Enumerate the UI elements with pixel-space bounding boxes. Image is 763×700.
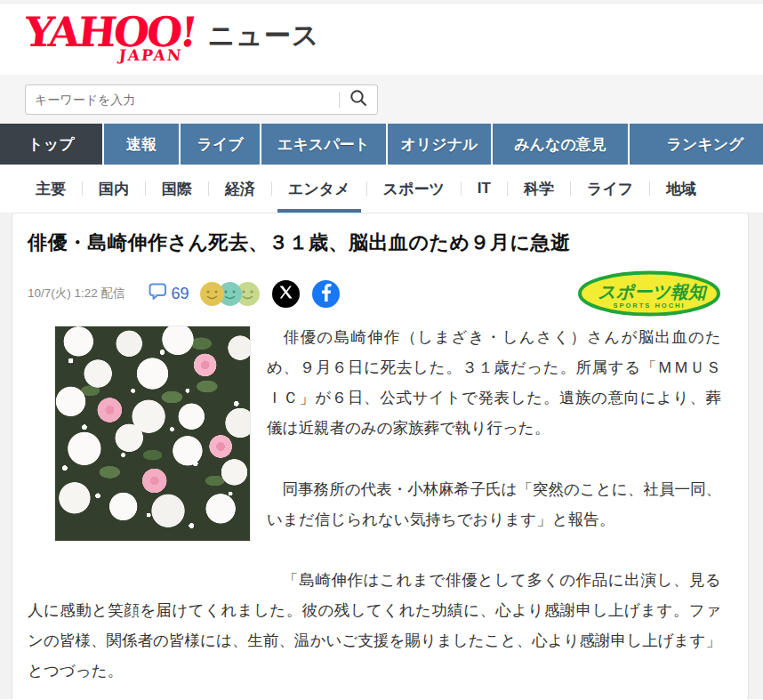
- comment-count-link[interactable]: 69: [149, 283, 189, 304]
- share-x-button[interactable]: [272, 280, 300, 308]
- category-it[interactable]: IT: [462, 165, 507, 213]
- search-icon: [349, 88, 368, 110]
- speech-bubble-icon: [149, 283, 167, 304]
- funeral-flowers-photo[interactable]: [54, 326, 251, 542]
- main-nav: トップ 速報 ライブ エキスパート オリジナル みんなの意見 ランキング: [0, 124, 763, 165]
- facebook-icon: [312, 278, 340, 309]
- nav-tab-original[interactable]: オリジナル: [388, 124, 491, 165]
- service-name-news: ニュース: [207, 18, 319, 54]
- yahoo-logo-mark: YAHOO! JAPAN: [25, 14, 195, 64]
- article-body: 俳優の島崎伸作（しまざき・しんさく）さんが脳出血のため、９月６日に死去した。３１…: [28, 322, 721, 686]
- category-life[interactable]: ライフ: [571, 165, 649, 213]
- x-logo-icon: [279, 286, 293, 302]
- category-nav: 主要 国内 国際 経済 エンタメ スポーツ IT 科学 ライフ 地域: [0, 165, 763, 213]
- category-shuyo[interactable]: 主要: [20, 165, 82, 213]
- article-paragraph: 「島崎伸作はこれまで俳優として多くの作品に出演し、見る人に感動と笑顔を届けてくれ…: [28, 565, 721, 687]
- yahoo-japan-logo[interactable]: YAHOO! JAPAN ニュース: [25, 14, 320, 64]
- nav-tab-sokuho[interactable]: 速報: [104, 124, 179, 165]
- search-section: [0, 75, 763, 124]
- nav-tab-minna-no-iken[interactable]: みんなの意見: [493, 124, 628, 165]
- yahoo-logo-text: YAHOO!: [23, 14, 197, 50]
- svg-text:スポーツ報知: スポーツ報知: [598, 282, 707, 302]
- japan-logo-text: JAPAN: [24, 46, 183, 64]
- category-kagaku[interactable]: 科学: [508, 165, 570, 213]
- search-box: [25, 84, 378, 115]
- category-chiiki[interactable]: 地域: [650, 165, 712, 213]
- article-meta: 10/7(火) 1:22 配信 69: [28, 274, 721, 313]
- comment-count: 69: [172, 285, 189, 303]
- publish-date: 10/7(火) 1:22 配信: [28, 286, 125, 302]
- category-kokusai[interactable]: 国際: [146, 165, 208, 213]
- reaction-emojis[interactable]: [200, 282, 260, 306]
- share-facebook-button[interactable]: [312, 280, 340, 308]
- svg-text:SPORTS HOCHI: SPORTS HOCHI: [613, 302, 685, 310]
- nav-tab-expert[interactable]: エキスパート: [261, 124, 386, 165]
- sports-hochi-logo[interactable]: スポーツ報知 SPORTS HOCHI: [577, 270, 721, 320]
- article-card: 俳優・島崎伸作さん死去、３１歳、脳出血のため９月に急逝 10/7(火) 1:22…: [12, 213, 749, 699]
- category-entame[interactable]: エンタメ: [272, 165, 366, 213]
- nav-tab-ranking[interactable]: ランキング: [630, 124, 763, 165]
- search-button[interactable]: [340, 85, 377, 114]
- site-header: YAHOO! JAPAN ニュース: [0, 4, 763, 75]
- page-body: 俳優・島崎伸作さん死去、３１歳、脳出血のため９月に急逝 10/7(火) 1:22…: [0, 213, 763, 699]
- category-keizai[interactable]: 経済: [209, 165, 271, 213]
- category-kokunai[interactable]: 国内: [83, 165, 145, 213]
- search-input[interactable]: [26, 93, 339, 107]
- nav-tab-live[interactable]: ライブ: [181, 124, 260, 165]
- emoji-smile-gold-icon: [200, 282, 224, 306]
- article-title: 俳優・島崎伸作さん死去、３１歳、脳出血のため９月に急逝: [28, 229, 721, 256]
- category-sports[interactable]: スポーツ: [367, 165, 461, 213]
- nav-tab-top[interactable]: トップ: [0, 124, 102, 165]
